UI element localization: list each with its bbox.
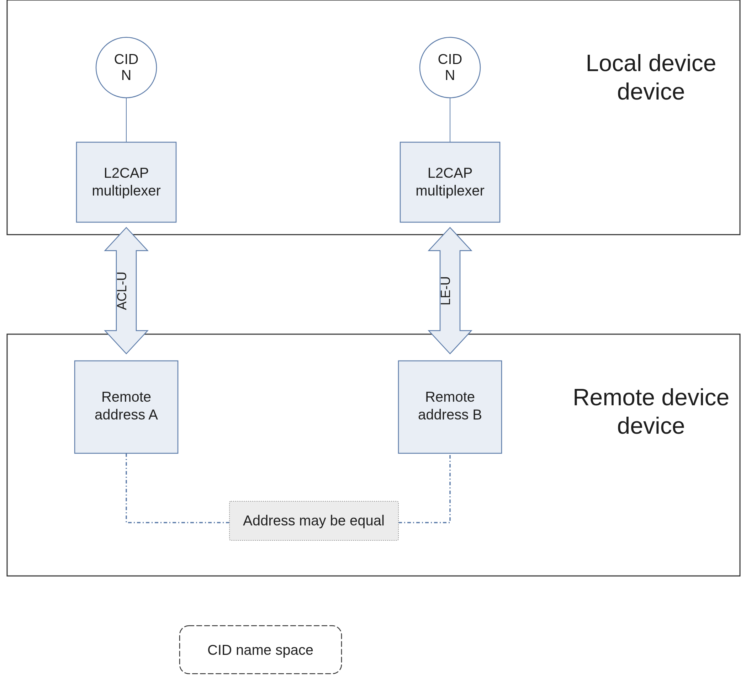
arrow-label-right: LE-U [438,276,453,305]
cid-left-line1: CID [114,51,139,67]
diagram-canvas: Local device device Remote device device… [0,0,751,700]
remote-device-label: Remote device [573,384,729,410]
mux-right-line2: multiplexer [416,183,484,198]
remote-device-label-2: device [617,412,685,439]
mux-left-line1: L2CAP [104,165,149,180]
l2cap-mux-left [76,142,176,222]
cid-right-line2: N [445,67,455,83]
mux-right-line1: L2CAP [428,165,473,180]
mux-left-line2: multiplexer [92,183,161,198]
addr-right-line1: Remote [425,389,475,405]
legend-cid-name-space-text: CID name space [207,642,314,658]
l2cap-mux-right [400,142,500,222]
local-device-label-2: device [617,78,685,105]
cid-left-line2: N [121,67,131,83]
addr-right-line2: address B [418,407,482,422]
address-equality-text: Address may be equal [243,513,385,528]
local-device-label: Local device [586,50,717,76]
addr-left-line2: address A [95,407,158,422]
cid-right-line1: CID [438,51,462,67]
addr-left-line1: Remote [101,389,151,405]
arrow-label-left: ACL-U [114,271,129,310]
